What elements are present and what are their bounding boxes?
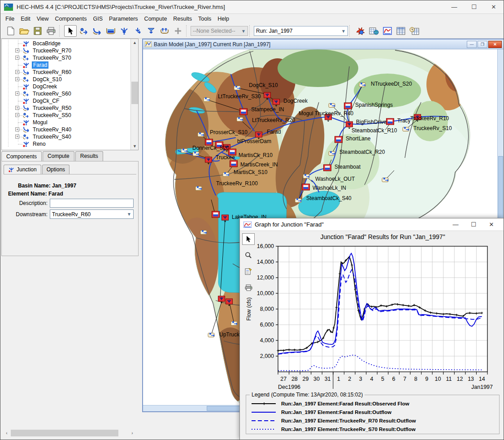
map-element-washoelk_in[interactable] — [302, 184, 310, 190]
global-editor-button[interactable] — [368, 25, 380, 37]
description-field[interactable] — [50, 199, 134, 208]
map-element-unnamed[interactable] — [200, 230, 207, 235]
source-tool-button[interactable] — [131, 25, 144, 37]
tree-item-truckeerv_s40[interactable]: +TruckeeRv_S40 — [2, 133, 130, 140]
tree-item-reno[interactable]: Reno — [2, 140, 130, 148]
menu-tools[interactable]: Tools — [195, 15, 214, 23]
map-element-steamboatck_s40[interactable] — [295, 198, 301, 203]
menu-components[interactable]: Components — [52, 15, 90, 23]
save-button[interactable] — [31, 25, 44, 37]
expand-icon[interactable]: + — [15, 48, 19, 52]
graph-minimize-button[interactable]: — — [447, 218, 465, 231]
tree-item-dogcreek[interactable]: DogCreek — [2, 83, 130, 90]
map-element-ntruckeedt_s20[interactable] — [359, 83, 365, 87]
tree-item-bocabridge[interactable]: BocaBridge — [2, 40, 130, 47]
tree-item-truckeerv_s50[interactable]: +TruckeeRv_S50 — [2, 112, 130, 119]
map-element-laketahoe_in[interactable] — [212, 211, 220, 218]
menu-results[interactable]: Results — [170, 15, 195, 23]
basin-title-bar[interactable]: Basin Model [Jan_1997] Current Run [Jan_… — [143, 39, 504, 49]
map-element-prosserck_s10[interactable] — [198, 132, 204, 137]
map-element-truckeerv_s10[interactable] — [403, 127, 409, 131]
map-element-shortlane[interactable] — [335, 136, 343, 143]
tree-item-truckeerv_r50[interactable]: +TruckeeRv_R50 — [2, 105, 130, 112]
map-element-unnamed[interactable] — [329, 103, 335, 108]
map-element-unnamed[interactable] — [231, 321, 237, 326]
menu-help[interactable]: Help — [214, 15, 232, 23]
map-element-martisck_s10[interactable] — [223, 172, 229, 177]
add-element-tool-button[interactable] — [172, 25, 184, 37]
menu-file[interactable]: File — [2, 15, 17, 23]
expand-icon[interactable]: + — [15, 106, 19, 110]
tab-components[interactable]: Components — [1, 151, 42, 161]
basin-restore-button[interactable]: ❐ — [478, 41, 487, 48]
map-element-martisck_r10[interactable] — [229, 149, 236, 155]
time-series-table-button[interactable] — [408, 25, 421, 37]
sink-tool-button[interactable] — [145, 25, 157, 37]
map-element-spanishsprings[interactable] — [344, 103, 352, 109]
tab-compute[interactable]: Compute — [43, 151, 74, 161]
map-element-donnerck_s20[interactable] — [181, 148, 187, 153]
reach-tool-button[interactable] — [91, 25, 104, 37]
minimize-button[interactable]: — — [444, 0, 464, 13]
results-table-button[interactable] — [395, 25, 407, 37]
junction-tool-button[interactable] — [118, 25, 130, 37]
scroll-down-icon[interactable]: ▼ — [131, 143, 139, 150]
compute-run-button[interactable] — [354, 25, 367, 37]
expand-icon[interactable]: + — [15, 56, 19, 60]
tree-item-truckeerv_r60[interactable]: +TruckeeRv_R60 — [2, 69, 130, 76]
map-element-martiscreek_in[interactable] — [230, 161, 238, 167]
maximize-button[interactable]: ☐ — [464, 0, 484, 13]
element-selector-combo[interactable]: --None Selected--▼ — [191, 26, 248, 36]
map-element-unnamed[interactable] — [205, 139, 213, 145]
map-element-uptruck[interactable] — [208, 333, 214, 337]
map-element-tracy[interactable] — [387, 118, 394, 125]
expand-icon[interactable]: + — [15, 70, 19, 74]
expand-icon[interactable]: + — [15, 91, 19, 96]
graph-close-button[interactable]: ✕ — [482, 218, 500, 231]
map-element-stampede_in[interactable] — [240, 109, 248, 115]
tree-item-mogul[interactable]: Mogul — [2, 119, 130, 126]
menu-gis[interactable]: GIS — [90, 15, 106, 23]
scroll-left-icon[interactable]: ‹ — [3, 429, 10, 437]
tree-item-truckeerv_r40[interactable]: +TruckeeRv_R40 — [2, 126, 130, 133]
map-element-unnamed[interactable] — [196, 186, 202, 191]
map-element-unnamed[interactable] — [193, 152, 199, 156]
menu-compute[interactable]: Compute — [141, 15, 170, 23]
close-button[interactable]: ✕ — [484, 0, 504, 13]
graph-title-bar[interactable]: Graph for Junction "Farad" — ☐ ✕ — [240, 218, 504, 231]
run-selector-combo[interactable]: Run: Jan_1997▼ — [254, 26, 348, 36]
expand-icon[interactable]: + — [15, 135, 19, 139]
graph-maximize-button[interactable]: ☐ — [465, 218, 482, 231]
explorer-horizontal-scrollbar[interactable]: ‹ › — [3, 429, 136, 437]
tree-vertical-scrollbar[interactable]: ▲ ▼ — [130, 39, 138, 150]
map-element-unnamed[interactable] — [329, 151, 335, 156]
menu-edit[interactable]: Edit — [17, 15, 34, 23]
expand-icon[interactable]: + — [15, 113, 19, 117]
tree-scroll-thumb[interactable] — [131, 82, 138, 104]
downstream-select[interactable]: TruckeeRv_R60▼ — [50, 209, 134, 219]
expand-icon[interactable]: + — [15, 77, 19, 81]
subbasin-tool-button[interactable] — [78, 25, 90, 37]
tree-item-truckeerv_s70[interactable]: +TruckeeRv_S70 — [2, 54, 130, 61]
explorer-scroll-thumb[interactable] — [11, 430, 118, 436]
tree-item-dogck_cf[interactable]: DogCk_CF — [2, 97, 130, 105]
new-file-button[interactable] — [4, 25, 17, 37]
editor-tab-options[interactable]: Options — [42, 165, 70, 174]
tree-item-truckeerv_s60[interactable]: +TruckeeRv_S60 — [2, 90, 130, 97]
basin-minimize-button[interactable]: — — [467, 41, 477, 48]
menu-parameters[interactable]: Parameters — [106, 15, 141, 23]
basin-close-button[interactable]: ✕ — [488, 41, 502, 48]
print-button[interactable] — [45, 25, 57, 37]
tab-results[interactable]: Results — [75, 151, 103, 161]
map-element-lttruckeerv_s30[interactable] — [204, 97, 210, 102]
open-file-button[interactable] — [18, 25, 30, 37]
map-element-unnamed[interactable] — [382, 178, 388, 182]
reservoir-tool-button[interactable] — [104, 25, 117, 37]
scroll-up-icon[interactable]: ▲ — [131, 39, 139, 46]
editor-tab-junction[interactable]: Junction — [4, 165, 41, 174]
map-element-dogck_s10[interactable] — [234, 86, 240, 90]
results-graph-button[interactable] — [381, 25, 394, 37]
tree-item-truckeerv_r70[interactable]: +TruckeeRv_R70 — [2, 47, 130, 54]
tree-item-dogck_s10[interactable]: +DogCk_S10 — [2, 76, 130, 83]
map-element-lttruckeerv_r20[interactable] — [237, 117, 243, 122]
